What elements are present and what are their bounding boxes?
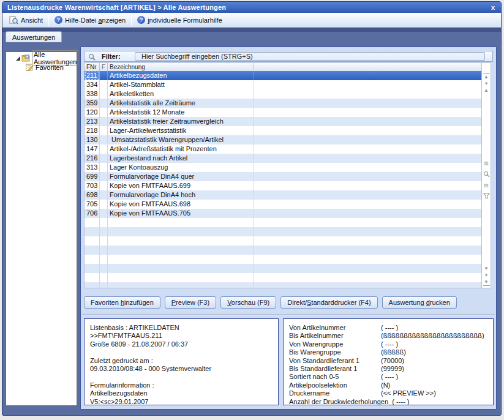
view-magnifier-icon [9,16,18,24]
table-row[interactable]: 338 Artikeletiketten [85,89,481,99]
cell-fnr: 218 [85,126,100,135]
parameter-label: Artikelpoolselektion [289,381,381,389]
toolbar-separator [131,15,132,26]
table-row[interactable] [85,255,481,264]
form-info-line [90,348,278,356]
table-row[interactable]: 703 Kopie von FMTFAAUS.699 [85,181,481,190]
table-row[interactable]: 211 Artikelbezugsdaten [85,71,481,80]
table-row[interactable]: 218 Lager-Artikelwertsstatistik [85,126,481,135]
form-info-line [90,373,278,381]
preview-f3-button[interactable]: Preview (F3) [165,296,216,309]
toolbar-label: Hilfe-Datei anzeigen [65,17,126,24]
grid-search-icon[interactable] [483,171,490,178]
cell-fnr: 359 [85,99,100,108]
cell-f [100,246,108,255]
cell-bezeichnung [108,246,254,255]
cell-fnr: 699 [85,172,100,181]
favoriten-hinzufuegen-button[interactable]: Favoriten hinzufügen [84,296,160,309]
auswertung-drucken-button[interactable]: Auswertung drucken [382,296,457,309]
table-row[interactable]: 147 Artikel-/Adreßstatistik mit Prozente… [85,144,481,154]
vorschau-f9-button[interactable]: Vorschau (F9) [220,296,276,309]
cell-fnr: 211 [85,71,100,80]
table-row[interactable]: 698 Formularvorlage DinA4 hoch [85,190,481,200]
tab-label: Auswertungen [12,34,55,41]
table-row[interactable] [85,246,481,255]
page-up-icon[interactable]: ▲ [483,87,490,94]
cell-filler [254,172,481,181]
favorites-note-icon [25,64,34,71]
autofit-columns-icon[interactable]: ▥ [483,160,490,167]
column-header-f[interactable]: F [100,63,108,71]
tab-auswertungen[interactable]: Auswertungen [6,31,62,42]
cell-filler [254,246,481,255]
table-header-row: FNr F Bezeichnung [85,63,481,71]
table-row[interactable] [85,218,481,227]
table-row[interactable] [85,273,481,282]
parameter-label: Bis Warengruppe [289,348,381,356]
filter-search-input[interactable]: Hier Suchbegriff eingeben (STRG+S) [135,52,485,61]
cell-bezeichnung: Artikel-Stammblatt [108,80,254,89]
cell-f [100,80,108,89]
cell-fnr [85,255,100,264]
cell-bezeichnung: Lager-Artikelwertsstatistik [108,126,254,135]
toolbar-button-formularhilfe[interactable]: ? individuelle Formularhilfe [133,14,227,26]
table-row[interactable]: 313 Lager Kontoauszug [85,163,481,172]
table-row[interactable] [85,282,481,288]
cell-bezeichnung: Artikelstatistik freier Zeitraumvergleic… [108,117,254,126]
toolbar-button-ansicht[interactable]: Ansicht [5,14,47,26]
direkt-standarddrucker-f4-button[interactable]: Direkt/Standarddrucker (F4) [280,296,377,309]
panel-divider [82,314,495,315]
summary-icon[interactable]: ▤ [483,182,490,189]
app-window: Listenausdrucke Warenwirtschaft [ARTIKEL… [2,1,502,416]
close-button[interactable]: x [491,4,495,11]
table-row[interactable] [85,236,481,246]
parameter-value: ( ---- ) [381,340,398,348]
table-row[interactable]: 216 Lagerbestand nach Artikel [85,154,481,163]
table-row[interactable]: 120 Artikelstatistik 12 Monate [85,108,481,117]
toolbar-button-hilfe-datei[interactable]: ? Hilfe-Datei anzeigen [50,14,130,26]
row-up-icon[interactable]: ✦ [483,80,490,87]
column-header-bezeichnung[interactable]: Bezeichnung [108,63,254,71]
column-header-fnr[interactable]: FNr [85,63,100,71]
table-row[interactable]: 334 Artikel-Stammblatt [85,80,481,89]
toolbar-label: Ansicht [21,17,43,24]
row-down-icon[interactable]: ▼ [483,265,490,272]
cell-filler [254,135,481,144]
tree-expander-icon[interactable] [16,56,20,61]
page-down-icon[interactable]: ✦ [483,272,490,279]
cell-filler [254,190,481,200]
cell-f [100,154,108,163]
cell-bezeichnung: Artikeletiketten [108,89,254,99]
search-icon [88,53,96,61]
table-row[interactable] [85,227,481,236]
toolbar-label: individuelle Formularhilfe [148,17,222,24]
form-info-line: >>FMT\FMTFAAUS.211 [90,332,278,340]
cell-f [100,108,108,117]
scroll-bottom-icon[interactable]: ▼ [483,279,490,286]
table-row[interactable]: 706 Kopie von FMTFAAUS.705 [85,209,481,218]
cell-bezeichnung: Formularvorlage DinA4 quer [108,172,254,181]
table-row[interactable]: 705 Kopie von FMTFAAUS.698 [85,200,481,209]
parameter-row: Von Artikelnummer ( ---- ) [289,324,493,332]
tree-item-alle-auswertungen[interactable]: Alle Auswertungen [6,54,77,62]
scroll-top-icon[interactable]: ▲ [483,73,490,80]
parameter-row: Druckername (<< PREVIEW >>) [289,389,493,397]
filter-funnel-icon[interactable] [483,193,490,199]
table-row[interactable]: 213 Artikelstatistik freier Zeitraumverg… [85,117,481,126]
cell-f [100,71,108,80]
table-row[interactable]: 130 Umsatzstatistik Warengruppen/Artikel [85,135,481,144]
cell-fnr: 705 [85,200,100,209]
parameter-label: Von Artikelnummer [289,324,381,332]
cell-filler [254,255,481,264]
table-row[interactable]: 359 Artikelstatistik alle Zeiträume [85,99,481,108]
parameter-row: Von Warengruppe ( ---- ) [289,340,493,348]
cell-filler [254,117,481,126]
table-row[interactable] [85,264,481,273]
cell-bezeichnung: Kopie von FMTFAAUS.705 [108,209,254,218]
action-button-row: Favoriten hinzufügen Preview (F3) Vorsch… [84,296,457,309]
main-panel: Filter: Hier Suchbegriff eingeben (STRG+… [80,47,497,410]
table-row[interactable]: 699 Formularvorlage DinA4 quer [85,172,481,181]
cell-f [100,99,108,108]
parameter-row: Sortiert nach 0-5 ( ---- ) [289,373,493,381]
cell-f [100,181,108,190]
